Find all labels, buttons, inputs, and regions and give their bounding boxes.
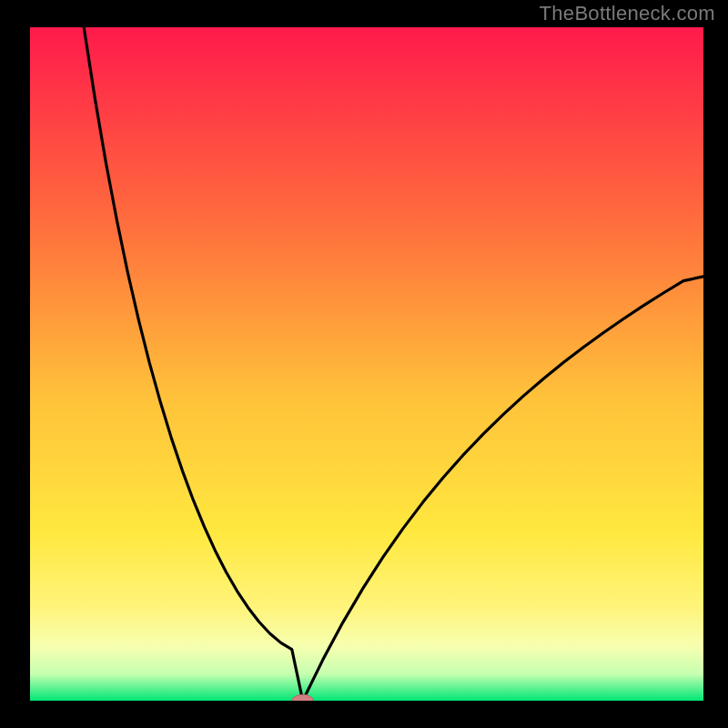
chart-frame: { "watermark": "TheBottleneck.com", "col… [0,0,728,728]
gradient-plot-area [30,27,703,701]
bottleneck-chart [0,0,728,728]
watermark-text: TheBottleneck.com [540,2,715,25]
